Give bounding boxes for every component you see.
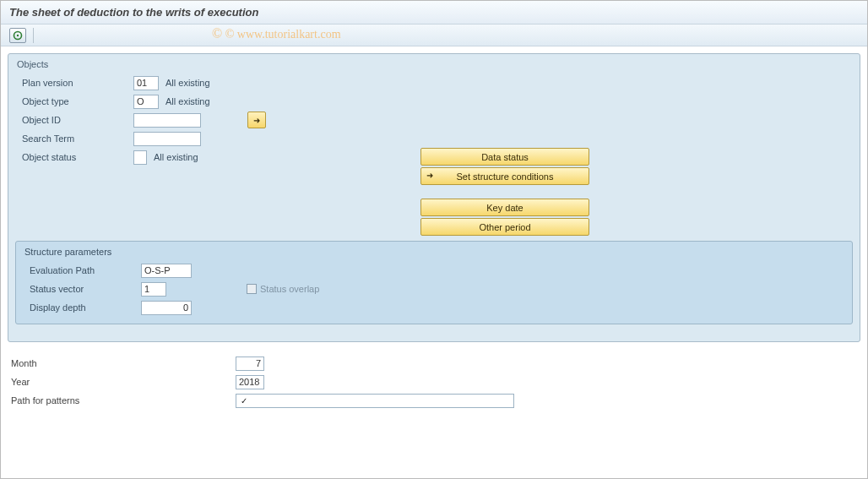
structure-parameters-panel: Structure parameters Evaluation Path Sta…: [15, 241, 853, 324]
month-label: Month: [8, 358, 236, 368]
object-status-desc: All existing: [154, 152, 198, 162]
key-date-button[interactable]: Key date: [420, 199, 589, 216]
evaluation-path-input[interactable]: [141, 264, 192, 278]
check-icon: ✓: [239, 396, 247, 406]
plan-version-desc: All existing: [165, 78, 210, 88]
multiple-selection-button[interactable]: ➜: [247, 112, 266, 128]
status-vector-input[interactable]: [141, 282, 166, 297]
objects-panel: Objects Plan version All existing Object…: [8, 53, 860, 342]
toolbar-separator: [33, 28, 34, 43]
search-term-input[interactable]: [133, 132, 201, 146]
display-depth-input[interactable]: [141, 301, 192, 315]
set-structure-conditions-label: Set structure conditions: [457, 171, 554, 182]
status-overlap-checkbox[interactable]: [247, 284, 257, 294]
display-depth-label: Display depth: [23, 302, 141, 313]
month-input[interactable]: [236, 357, 264, 371]
watermark: © © www.tutorialkart.com: [212, 26, 341, 41]
plan-version-label: Plan version: [15, 78, 133, 88]
status-vector-label: Status vector: [23, 284, 141, 294]
toolbar: © © www.tutorialkart.com: [1, 24, 867, 46]
objects-panel-title: Objects: [15, 57, 853, 73]
structure-parameters-title: Structure parameters: [23, 245, 845, 261]
object-status-label: Object status: [15, 152, 133, 162]
data-status-label: Data status: [481, 152, 529, 162]
svg-point-1: [17, 34, 19, 35]
path-for-patterns-label: Path for patterns: [8, 395, 236, 406]
arrow-right-icon: ➜: [253, 116, 260, 125]
object-type-label: Object type: [15, 96, 133, 106]
year-label: Year: [8, 377, 236, 387]
evaluation-path-label: Evaluation Path: [23, 265, 141, 275]
other-period-label: Other period: [479, 222, 530, 232]
object-id-input[interactable]: [133, 113, 201, 128]
object-type-desc: All existing: [165, 96, 210, 106]
page-title: The sheet of deduction to the writs of e…: [1, 1, 867, 24]
object-type-input[interactable]: [133, 95, 159, 109]
watermark-text: © www.tutorialkart.com: [225, 28, 341, 41]
data-status-button[interactable]: Data status: [420, 148, 589, 166]
set-structure-conditions-button[interactable]: ➜ Set structure conditions: [420, 167, 589, 185]
key-date-label: Key date: [486, 203, 523, 213]
path-for-patterns-input[interactable]: ✓: [236, 394, 514, 408]
execute-button[interactable]: [9, 28, 26, 43]
search-term-label: Search Term: [15, 133, 133, 144]
object-id-label: Object ID: [15, 115, 133, 125]
arrow-right-icon: ➜: [426, 171, 433, 180]
object-status-input[interactable]: [133, 150, 147, 165]
other-period-button[interactable]: Other period: [420, 218, 589, 236]
plan-version-input[interactable]: [133, 76, 159, 90]
status-overlap-label: Status overlap: [260, 284, 319, 294]
year-input[interactable]: [236, 375, 264, 389]
